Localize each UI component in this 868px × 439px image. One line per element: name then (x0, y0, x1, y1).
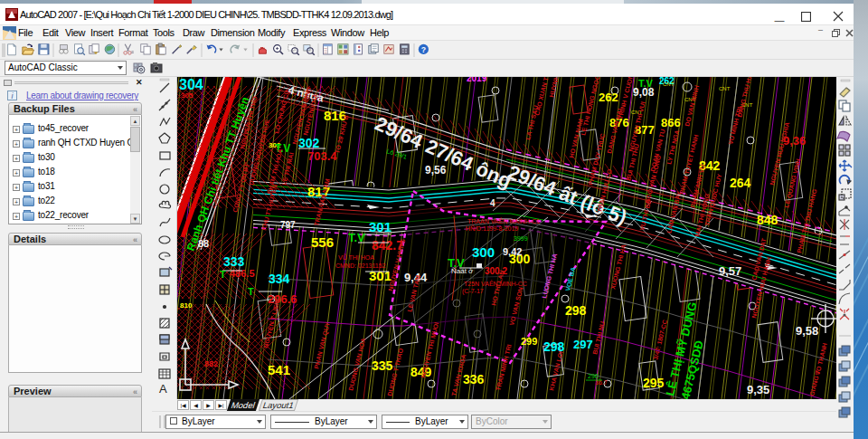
svg-text:866: 866 (661, 116, 681, 129)
svg-text:T.V: T.V (638, 78, 654, 89)
svg-text:797: 797 (280, 220, 296, 230)
svg-text:486.5: 486.5 (230, 268, 255, 279)
svg-text:LE QUANG VINH: LE QUANG VINH (783, 158, 802, 209)
svg-text:296: 296 (588, 373, 599, 379)
svg-text:TRAÀN VAÊN MAÏNH-C1: TRAÀN VAÊN MAÏNH-C1 (467, 217, 540, 224)
svg-text:262: 262 (599, 91, 618, 104)
svg-text:LA THI SAU: LA THI SAU (524, 105, 539, 141)
svg-text:300: 300 (472, 244, 495, 260)
svg-text:301: 301 (369, 268, 392, 283)
svg-text:334: 334 (269, 272, 290, 286)
svg-text:VŨ THỊ HOA: VŨ THỊ HOA (338, 253, 374, 261)
svg-text:9,56: 9,56 (425, 164, 447, 177)
svg-text:304: 304 (179, 77, 203, 92)
svg-text:296.6: 296.6 (268, 292, 297, 306)
svg-text:T.V: T.V (348, 231, 365, 244)
svg-text:A: A (159, 382, 167, 396)
svg-text:9,35: 9,35 (747, 383, 769, 396)
svg-text:298: 298 (565, 303, 587, 318)
svg-text:CNT: CNT (663, 81, 675, 87)
svg-text:HÑ/D:1199-8-2019: HÑ/D:1199-8-2019 (466, 224, 518, 232)
svg-text:4: 4 (490, 198, 495, 208)
svg-text:9,57: 9,57 (719, 264, 741, 278)
svg-text:556: 556 (311, 234, 334, 250)
svg-text:703.4: 703.4 (307, 149, 337, 163)
svg-text:810: 810 (180, 301, 193, 310)
svg-text:CMND: 02131152: CMND: 02131152 (335, 262, 386, 269)
svg-text:T: T (220, 269, 226, 280)
svg-text:305: 305 (181, 91, 193, 100)
svg-text:9,58: 9,58 (796, 324, 818, 338)
svg-text:Ñaát ở: Ñaát ở (451, 267, 474, 275)
svg-text:336: 336 (463, 372, 485, 387)
svg-text:?: ? (421, 45, 426, 54)
svg-text:299: 299 (521, 336, 537, 347)
svg-text:3999: 3999 (514, 235, 528, 242)
svg-text:335: 335 (372, 358, 393, 373)
svg-text:295: 295 (643, 376, 665, 390)
svg-text:301: 301 (369, 219, 392, 234)
svg-text:541: 541 (268, 362, 290, 377)
svg-text:CNT: CNT (719, 86, 731, 91)
svg-text:(C-7-17: (C-7-17 (462, 288, 484, 295)
svg-text:264: 264 (730, 176, 751, 190)
svg-text:T: T (248, 286, 254, 297)
svg-text:882: 882 (204, 359, 218, 368)
svg-text:9,42: 9,42 (503, 246, 522, 257)
svg-text:848: 848 (757, 213, 778, 227)
svg-text:2019: 2019 (467, 77, 487, 83)
svg-text:333: 333 (223, 254, 245, 269)
svg-text:LE THI HONG NGOC: LE THI HONG NGOC (580, 77, 600, 136)
svg-text:297: 297 (573, 338, 593, 351)
